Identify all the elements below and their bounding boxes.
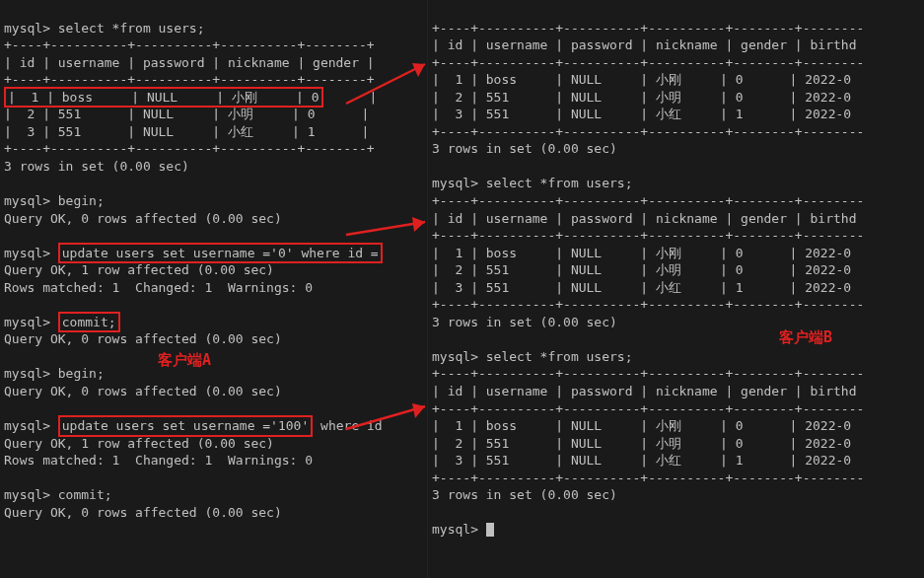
update-line: mysql> update users set username ='0' wh…: [4, 246, 383, 260]
matched-msg: Rows matched: 1 Changed: 1 Warnings: 0: [4, 280, 313, 295]
row-highlight: | 1 | boss | NULL | 小刚 | 0 |: [4, 90, 377, 105]
ok-msg: Query OK, 1 row affected (0.00 sec): [4, 436, 274, 451]
table-row: | 1 | boss | NULL | 小刚 | 0 | 2022-0: [432, 246, 851, 260]
table-header: | id | username | password | nickname | …: [432, 37, 856, 52]
highlight-row1: | 1 | boss | NULL | 小刚 | 0: [4, 87, 323, 108]
begin-cmd: mysql> begin;: [4, 366, 105, 381]
table-sep: +----+----------+----------+----------+-…: [432, 297, 864, 312]
begin-cmd: mysql> begin;: [4, 193, 105, 208]
table-row: | 3 | 551 | NULL | 小红 | 1 | 2022-0: [432, 280, 851, 295]
table-sep: +----+----------+----------+----------+-…: [4, 141, 375, 156]
ok-msg: Query OK, 0 rows affected (0.00 sec): [4, 331, 282, 346]
commit-cmd: mysql> commit;: [4, 487, 112, 502]
ok-msg: Query OK, 0 rows affected (0.00 sec): [4, 505, 282, 520]
set-msg: 3 rows in set (0.00 sec): [432, 315, 617, 329]
highlight-update2: update users set username ='100': [58, 415, 313, 437]
table-sep: +----+----------+----------+----------+-…: [432, 228, 864, 243]
set-msg: 3 rows in set (0.00 sec): [432, 487, 617, 502]
table-sep: +----+----------+----------+----------+-…: [432, 21, 864, 36]
table-sep: +----+----------+----------+----------+-…: [432, 470, 864, 485]
table-row: | 1 | boss | NULL | 小刚 | 0 | 2022-0: [432, 418, 851, 433]
cursor-icon: [486, 523, 494, 537]
commit-line: mysql> commit;: [4, 315, 120, 329]
ok-msg: Query OK, 0 rows affected (0.00 sec): [4, 211, 282, 226]
prompt: mysql> select *from users;: [4, 21, 205, 36]
prompt: mysql> select *from users;: [432, 349, 633, 364]
table-sep: +----+----------+----------+----------+-…: [432, 366, 864, 381]
highlight-commit: commit;: [58, 312, 120, 333]
table-sep: +----+----------+----------+----------+-…: [432, 55, 864, 70]
table-row: | 2 | 551 | NULL | 小明 | 0 |: [4, 107, 369, 121]
table-header: | id | username | password | nickname | …: [4, 55, 375, 70]
terminal-pane-b[interactable]: +----+----------+----------+----------+-…: [428, 0, 924, 578]
matched-msg: Rows matched: 1 Changed: 1 Warnings: 0: [4, 453, 313, 468]
set-msg: 3 rows in set (0.00 sec): [4, 159, 189, 174]
table-header: | id | username | password | nickname | …: [432, 384, 856, 398]
terminal-pane-a[interactable]: mysql> select *from users; +----+-------…: [0, 0, 428, 578]
table-row: | 1 | boss | NULL | 小刚 | 0 | 2022-0: [432, 72, 851, 87]
table-sep: +----+----------+----------+----------+-…: [4, 37, 375, 52]
table-row: | 2 | 551 | NULL | 小明 | 0 | 2022-0: [432, 436, 851, 451]
table-sep: +----+----------+----------+----------+-…: [432, 401, 864, 416]
table-row: | 3 | 551 | NULL | 小红 | 1 | 2022-0: [432, 107, 851, 121]
prompt-cursor[interactable]: mysql>: [432, 522, 494, 537]
table-header: | id | username | password | nickname | …: [432, 211, 856, 226]
table-row: | 3 | 551 | NULL | 小红 | 1 |: [4, 124, 369, 139]
ok-msg: Query OK, 0 rows affected (0.00 sec): [4, 384, 282, 398]
prompt: mysql> select *from users;: [432, 176, 633, 190]
table-row: | 2 | 551 | NULL | 小明 | 0 | 2022-0: [432, 262, 851, 277]
table-sep: +----+----------+----------+----------+-…: [432, 193, 864, 208]
ok-msg: Query OK, 1 row affected (0.00 sec): [4, 262, 274, 277]
table-row: | 3 | 551 | NULL | 小红 | 1 | 2022-0: [432, 453, 851, 468]
highlight-update1: update users set username ='0' where id …: [58, 243, 383, 264]
table-sep: +----+----------+----------+----------+-…: [432, 124, 864, 139]
set-msg: 3 rows in set (0.00 sec): [432, 141, 617, 156]
table-sep: +----+----------+----------+----------+-…: [4, 72, 375, 87]
update-line: mysql> update users set username ='100' …: [4, 418, 383, 433]
table-row: | 2 | 551 | NULL | 小明 | 0 | 2022-0: [432, 90, 851, 105]
